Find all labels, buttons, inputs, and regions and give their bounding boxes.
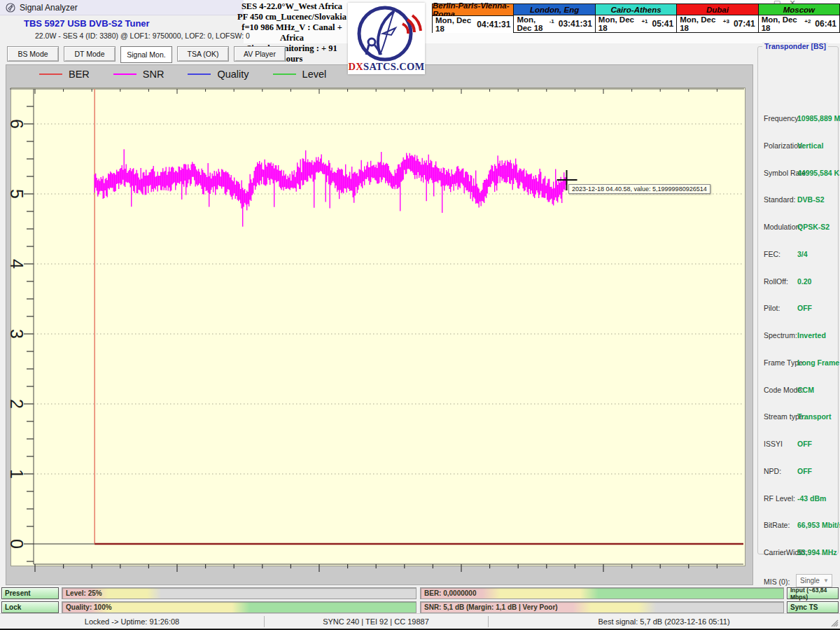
transponder-value: Long Frame	[797, 358, 839, 367]
status-segment-0: Locked -> Uptime: 91:26:08	[0, 614, 264, 629]
level-bar: Level: 25%	[62, 587, 416, 599]
sync-ts-indicator: Sync TS	[787, 601, 839, 613]
legend-item-ber: BER	[39, 69, 90, 80]
transponder-value: OFF	[797, 440, 812, 448]
clock-time-row: Mon, Dec 18+307:41	[677, 15, 757, 32]
banner-line: SES 4-22.0°W_West Africa	[236, 1, 348, 12]
present-indicator: Present	[1, 587, 59, 599]
transponder-value: 66,953 Mbit/s	[797, 521, 840, 529]
chevron-down-icon: ▼	[823, 578, 829, 584]
clock-utc-offset: +2	[804, 18, 811, 24]
clock-date: Mon, Dec 18	[435, 16, 472, 33]
legend-label: Quality	[217, 69, 248, 80]
plot-area[interactable]	[10, 88, 746, 566]
transponder-label: Modulation:	[764, 223, 802, 231]
lock-indicator: Lock	[1, 601, 59, 613]
transponder-value: 3/4	[797, 250, 808, 258]
legend-line-sample	[39, 74, 62, 75]
clock-cairo-athens: Cairo-AthensMon, Dec 18+105:41	[596, 4, 677, 33]
clock-time: 04:41:31	[477, 20, 510, 29]
y-axis-tick-label: 1	[6, 463, 27, 484]
tab-bs-mode[interactable]: BS Mode	[7, 46, 59, 62]
transponder-label: Pilot:	[764, 304, 780, 312]
y-axis-tick-label: 5	[6, 183, 27, 204]
signal-analyzer-window: ▢✕ Signal Analyzer TBS 5927 USB DVB-S2 T…	[0, 0, 840, 630]
world-clocks: Berlin-Paris-Vienna-RomaMon, Dec 1804:41…	[432, 4, 840, 33]
title-bar[interactable]: Signal Analyzer	[0, 0, 244, 15]
tab-av-player[interactable]: AV Player	[234, 46, 286, 62]
transponder-panel: Transponder [BS] Frequency:10985,889 MHz…	[757, 46, 839, 554]
transponder-panel-title: Transponder [BS]	[762, 42, 828, 50]
mode-tabs: BS ModeDT ModeSignal Mon.TSA (OK)AV Play…	[7, 46, 286, 62]
quality-bar: Quality: 100%	[62, 601, 416, 613]
status-separator	[488, 616, 489, 627]
clock-dubai: DubaiMon, Dec 18+307:41	[677, 4, 758, 33]
tab-dt-mode[interactable]: DT Mode	[64, 46, 115, 62]
legend-item-level: Level	[273, 69, 327, 80]
transponder-label: ISSYI	[764, 440, 783, 448]
clock-time-row: Mon, Dec 1804:41:31	[433, 16, 513, 33]
mis-dropdown[interactable]: Single ▼	[796, 574, 832, 587]
clock-city-label: London, Eng	[514, 4, 594, 15]
clock-city-label: Moscow	[759, 4, 839, 15]
legend-line-sample	[113, 74, 136, 75]
transponder-value: 0.20	[797, 277, 811, 286]
legend-line-sample	[188, 74, 211, 75]
app-icon	[6, 3, 15, 13]
y-axis-tick-label: 0	[6, 533, 27, 554]
signal-chart[interactable]: BERSNRQualityLevel	[6, 64, 753, 585]
legend-item-snr: SNR	[113, 69, 164, 80]
clock-city-label: Dubai	[677, 4, 757, 15]
transponder-value: -43 dBm	[797, 494, 826, 503]
legend-label: Level	[302, 69, 327, 80]
status-segment-1: SYNC 240 | TEI 92 | CC 19887	[264, 614, 488, 629]
transponder-value: OFF	[797, 467, 812, 475]
y-axis-tick-label: 2	[6, 393, 27, 414]
chart-tooltip: 2023-12-18 04.40.58, value: 5,1999998092…	[568, 184, 710, 194]
y-axis-tick-label: 4	[6, 253, 27, 274]
tuner-subtitle: 22.0W - SES 4 (ID: 3380) @ LOF1: 9750000…	[35, 31, 250, 40]
resize-grip-icon[interactable]	[830, 617, 839, 627]
banner-line: PF 450 cm_Lucenec/Slovakia	[236, 12, 348, 22]
tuner-name: TBS 5927 USB DVB-S2 Tuner	[24, 18, 150, 29]
input-indicator: Input (~63,84 Mbps)	[787, 587, 839, 599]
transponder-label: Standard:	[764, 195, 796, 204]
clock-date: Mon, Dec 18	[762, 15, 805, 32]
clock-date: Mon, Dec 18	[680, 15, 723, 32]
transponder-label: Frequency:	[764, 114, 801, 122]
transponder-value: 53,994 MHz	[797, 548, 837, 556]
transponder-label: NPD:	[764, 467, 781, 475]
clock-time: 07:41	[734, 19, 755, 29]
transponder-value: OFF	[797, 304, 812, 312]
transponder-label: BitRate:	[764, 521, 790, 529]
transponder-label: Spectrum:	[764, 331, 797, 340]
transponder-value: Vertical	[797, 141, 823, 150]
clock-utc-offset: +3	[723, 18, 729, 24]
status-segment-2: Best signal: 5,7 dB (2023-12-16 05:11)	[488, 614, 840, 629]
transponder-value: 44995,584 KS/s	[797, 169, 840, 177]
clock-utc-offset: -1	[550, 18, 554, 24]
snr-bar: SNR: 5,1 dB (Margin: 1,1 dB | Very Poor)	[420, 601, 784, 613]
clock-time-row: Mon, Dec 18-103:41:31	[514, 15, 594, 32]
transponder-value: Inverted	[797, 331, 826, 340]
transponder-label-mis: MIS (0):	[764, 578, 790, 586]
transponder-label: RF Level:	[764, 494, 795, 503]
y-axis-tick-label: 6	[6, 113, 27, 134]
clock-berlin-paris-vienna-roma: Berlin-Paris-Vienna-RomaMon, Dec 1804:41…	[432, 4, 514, 33]
clock-city-label: Cairo-Athens	[596, 4, 676, 15]
tab-tsa-ok-[interactable]: TSA (OK)	[177, 46, 229, 62]
y-axis-tick-label: 3	[6, 323, 27, 344]
clock-city-label: Berlin-Paris-Vienna-Roma	[433, 4, 513, 16]
legend-label: BER	[69, 69, 90, 80]
satellite-dish-icon	[348, 3, 425, 62]
transponder-label: RollOff:	[764, 277, 788, 286]
tab-signal-mon-[interactable]: Signal Mon.	[120, 46, 172, 63]
clock-date: Mon, Dec 18	[517, 15, 549, 32]
chart-legend: BERSNRQualityLevel	[39, 69, 326, 80]
transponder-value: CCM	[797, 386, 814, 394]
clock-time-row: Mon, Dec 18+206:41	[759, 15, 839, 32]
transponder-value: DVB-S2	[797, 195, 825, 204]
transponder-label: FEC:	[764, 250, 780, 258]
clock-date: Mon, Dec 18	[598, 15, 642, 32]
legend-line-sample	[273, 74, 296, 75]
